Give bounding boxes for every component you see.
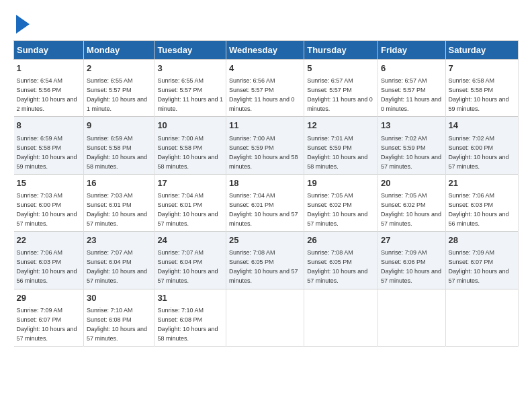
calendar-cell: 31Sunrise: 7:10 AMSunset: 6:08 PMDayligh… [154, 289, 226, 346]
day-number: 3 [157, 62, 223, 75]
day-number: 9 [87, 120, 151, 132]
calendar-cell: 14Sunrise: 7:02 AMSunset: 6:00 PMDayligh… [445, 117, 518, 174]
day-number: 12 [307, 120, 375, 132]
calendar-cell [445, 289, 518, 346]
day-number: 19 [307, 177, 375, 189]
day-number: 21 [449, 177, 515, 189]
calendar-cell: 25Sunrise: 7:08 AMSunset: 6:05 PMDayligh… [226, 232, 304, 289]
day-number: 17 [157, 177, 223, 189]
calendar-cell: 11Sunrise: 7:00 AMSunset: 5:59 PMDayligh… [226, 117, 304, 174]
week-row-1: 1Sunrise: 6:54 AMSunset: 5:56 PMDaylight… [14, 60, 519, 117]
day-number: 13 [381, 120, 443, 132]
calendar-header-row: SundayMondayTuesdayWednesdayThursdayFrid… [14, 41, 519, 60]
calendar-cell: 17Sunrise: 7:04 AMSunset: 6:01 PMDayligh… [154, 174, 226, 231]
day-number: 27 [381, 234, 443, 246]
cell-content: Sunrise: 6:56 AMSunset: 5:57 PMDaylight:… [229, 77, 295, 112]
day-number: 4 [229, 62, 301, 75]
calendar-cell: 15Sunrise: 7:03 AMSunset: 6:00 PMDayligh… [14, 174, 84, 231]
calendar-cell: 6Sunrise: 6:57 AMSunset: 5:57 PMDaylight… [378, 60, 445, 117]
calendar-cell: 12Sunrise: 7:01 AMSunset: 5:59 PMDayligh… [304, 117, 378, 174]
cell-content: Sunrise: 7:04 AMSunset: 6:01 PMDaylight:… [157, 192, 218, 227]
day-number: 2 [87, 62, 151, 75]
calendar-cell [304, 289, 378, 346]
cell-content: Sunrise: 7:04 AMSunset: 6:01 PMDaylight:… [229, 192, 298, 227]
cell-content: Sunrise: 7:06 AMSunset: 6:03 PMDaylight:… [449, 192, 509, 227]
cell-content: Sunrise: 7:02 AMSunset: 5:59 PMDaylight:… [381, 135, 441, 170]
week-row-5: 29Sunrise: 7:09 AMSunset: 6:07 PMDayligh… [14, 289, 519, 346]
cell-content: Sunrise: 7:10 AMSunset: 6:08 PMDaylight:… [87, 307, 147, 342]
calendar-cell: 5Sunrise: 6:57 AMSunset: 5:57 PMDaylight… [304, 60, 378, 117]
cell-content: Sunrise: 7:02 AMSunset: 6:00 PMDaylight:… [449, 135, 509, 170]
week-row-4: 22Sunrise: 7:06 AMSunset: 6:03 PMDayligh… [14, 232, 519, 289]
day-number: 29 [17, 292, 81, 304]
calendar-cell: 19Sunrise: 7:05 AMSunset: 6:02 PMDayligh… [304, 174, 378, 231]
calendar-cell: 8Sunrise: 6:59 AMSunset: 5:58 PMDaylight… [14, 117, 84, 174]
day-number: 16 [87, 177, 151, 189]
day-number: 25 [229, 234, 301, 246]
cell-content: Sunrise: 7:08 AMSunset: 6:05 PMDaylight:… [307, 249, 367, 284]
calendar-cell: 28Sunrise: 7:09 AMSunset: 6:07 PMDayligh… [445, 232, 518, 289]
day-number: 1 [17, 62, 81, 75]
day-header-monday: Monday [84, 41, 154, 60]
calendar-cell: 26Sunrise: 7:08 AMSunset: 6:05 PMDayligh… [304, 232, 378, 289]
calendar-cell: 23Sunrise: 7:07 AMSunset: 6:04 PMDayligh… [84, 232, 154, 289]
cell-content: Sunrise: 7:06 AMSunset: 6:03 PMDaylight:… [17, 249, 77, 284]
cell-content: Sunrise: 7:09 AMSunset: 6:06 PMDaylight:… [381, 249, 441, 284]
day-number: 11 [229, 120, 301, 132]
cell-content: Sunrise: 6:55 AMSunset: 5:57 PMDaylight:… [157, 77, 223, 112]
cell-content: Sunrise: 7:09 AMSunset: 6:07 PMDaylight:… [17, 307, 77, 342]
calendar-cell: 22Sunrise: 7:06 AMSunset: 6:03 PMDayligh… [14, 232, 84, 289]
calendar-cell: 21Sunrise: 7:06 AMSunset: 6:03 PMDayligh… [445, 174, 518, 231]
day-number: 28 [449, 234, 515, 246]
day-number: 24 [157, 234, 223, 246]
day-number: 10 [157, 120, 223, 132]
calendar-cell: 10Sunrise: 7:00 AMSunset: 5:58 PMDayligh… [154, 117, 226, 174]
day-number: 18 [229, 177, 301, 189]
day-number: 7 [449, 62, 515, 75]
day-header-wednesday: Wednesday [226, 41, 304, 60]
cell-content: Sunrise: 7:01 AMSunset: 5:59 PMDaylight:… [307, 135, 367, 170]
day-number: 26 [307, 234, 375, 246]
day-number: 20 [381, 177, 443, 189]
cell-content: Sunrise: 6:59 AMSunset: 5:58 PMDaylight:… [17, 135, 77, 170]
day-number: 15 [17, 177, 81, 189]
calendar-cell: 18Sunrise: 7:04 AMSunset: 6:01 PMDayligh… [226, 174, 304, 231]
cell-content: Sunrise: 7:00 AMSunset: 5:58 PMDaylight:… [157, 135, 218, 170]
calendar-cell: 20Sunrise: 7:05 AMSunset: 6:02 PMDayligh… [378, 174, 445, 231]
calendar-cell: 9Sunrise: 6:59 AMSunset: 5:58 PMDaylight… [84, 117, 154, 174]
calendar-cell: 3Sunrise: 6:55 AMSunset: 5:57 PMDaylight… [154, 60, 226, 117]
day-number: 30 [87, 292, 151, 304]
calendar-cell: 1Sunrise: 6:54 AMSunset: 5:56 PMDaylight… [14, 60, 84, 117]
calendar-cell: 27Sunrise: 7:09 AMSunset: 6:06 PMDayligh… [378, 232, 445, 289]
calendar-cell: 7Sunrise: 6:58 AMSunset: 5:58 PMDaylight… [445, 60, 518, 117]
calendar-table: SundayMondayTuesdayWednesdayThursdayFrid… [13, 40, 519, 347]
cell-content: Sunrise: 6:59 AMSunset: 5:58 PMDaylight:… [87, 135, 147, 170]
day-number: 5 [307, 62, 375, 75]
calendar-cell: 29Sunrise: 7:09 AMSunset: 6:07 PMDayligh… [14, 289, 84, 346]
cell-content: Sunrise: 6:55 AMSunset: 5:57 PMDaylight:… [87, 77, 147, 112]
cell-content: Sunrise: 7:05 AMSunset: 6:02 PMDaylight:… [381, 192, 441, 227]
calendar-cell: 2Sunrise: 6:55 AMSunset: 5:57 PMDaylight… [84, 60, 154, 117]
calendar-cell: 16Sunrise: 7:03 AMSunset: 6:01 PMDayligh… [84, 174, 154, 231]
day-number: 14 [449, 120, 515, 132]
cell-content: Sunrise: 7:07 AMSunset: 6:04 PMDaylight:… [157, 249, 218, 284]
cell-content: Sunrise: 7:05 AMSunset: 6:02 PMDaylight:… [307, 192, 367, 227]
day-number: 22 [17, 234, 81, 246]
day-number: 6 [381, 62, 443, 75]
cell-content: Sunrise: 7:07 AMSunset: 6:04 PMDaylight:… [87, 249, 147, 284]
calendar-cell: 13Sunrise: 7:02 AMSunset: 5:59 PMDayligh… [378, 117, 445, 174]
cell-content: Sunrise: 7:00 AMSunset: 5:59 PMDaylight:… [229, 135, 298, 170]
cell-content: Sunrise: 7:09 AMSunset: 6:07 PMDaylight:… [449, 249, 509, 284]
cell-content: Sunrise: 6:57 AMSunset: 5:57 PMDaylight:… [381, 77, 441, 112]
cell-content: Sunrise: 7:10 AMSunset: 6:08 PMDaylight:… [157, 307, 218, 342]
logo-arrow-icon [16, 15, 30, 34]
logo [13, 13, 30, 34]
day-header-tuesday: Tuesday [154, 41, 226, 60]
week-row-3: 15Sunrise: 7:03 AMSunset: 6:00 PMDayligh… [14, 174, 519, 231]
calendar-cell: 4Sunrise: 6:56 AMSunset: 5:57 PMDaylight… [226, 60, 304, 117]
day-number: 8 [17, 120, 81, 132]
week-row-2: 8Sunrise: 6:59 AMSunset: 5:58 PMDaylight… [14, 117, 519, 174]
day-number: 31 [157, 292, 223, 304]
cell-content: Sunrise: 6:54 AMSunset: 5:56 PMDaylight:… [17, 77, 77, 112]
calendar-cell [226, 289, 304, 346]
